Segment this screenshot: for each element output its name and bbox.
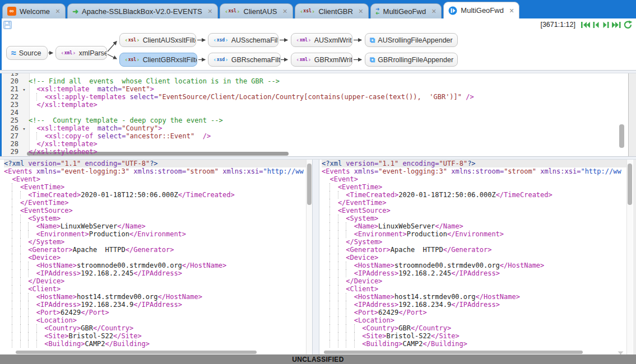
files-icon: ⧉ bbox=[370, 56, 375, 63]
step-refresh-button[interactable] bbox=[623, 20, 633, 29]
tab-apache-events[interactable]: ➜ Apache-SSLBlackBox-V2.0-EVENTS × bbox=[67, 3, 218, 18]
code-line: <Events xmlns="event-logging:3" xmlns:st… bbox=[4, 167, 306, 175]
code-line: <TimeCreated>2020-01-18T12:50:06.000Z</T… bbox=[322, 191, 626, 199]
code-line: <Port>62429</Port> bbox=[4, 309, 306, 316]
code-line: 23</xsl:template> bbox=[2, 101, 619, 109]
stroom-app: ∞ Welcome × ➜ Apache-SSLBlackBox-V2.0-EV… bbox=[0, 0, 636, 364]
pipeline-element-gbrschemafilter[interactable]: xsd GBRschemaFilter bbox=[208, 53, 281, 67]
xslt-editor[interactable]: 1920<!-- Find all events whose Client lo… bbox=[2, 73, 619, 156]
code-line: <IPAddress>192.168.234.9</IPAddress> bbox=[322, 301, 626, 309]
pipeline-element-clientgbrxsltfilter[interactable]: xsl ClientGBRxsltFilter bbox=[119, 53, 197, 67]
tab-welcome[interactable]: ∞ Welcome × bbox=[2, 3, 66, 18]
code-line: <Environment>Production</Environment> bbox=[4, 230, 306, 238]
code-line: 21▾<xsl:template match="Event"> bbox=[2, 85, 619, 93]
code-line: </Device> bbox=[4, 277, 306, 285]
pipeline-element-ausschemafilter[interactable]: xsd AUSschemaFilte bbox=[208, 33, 278, 47]
close-icon[interactable]: × bbox=[208, 7, 212, 15]
code-line: 19 bbox=[2, 73, 619, 77]
output-pane-vertical-scrollbar[interactable] bbox=[628, 164, 632, 205]
pipeline-element-ausxmlwriter[interactable]: xml AUSxmlWriter bbox=[291, 33, 352, 47]
code-line: <Site>Bristol-S22</Site> bbox=[4, 332, 306, 340]
code-line: <Site>Bristol-S22</Site> bbox=[322, 332, 626, 340]
xsl-icon: xsl bbox=[225, 8, 240, 15]
code-line: <HostName>stroomnode00.strmdev00.org</Ho… bbox=[322, 262, 626, 269]
stepper-icon bbox=[448, 6, 457, 15]
step-last-icon bbox=[611, 21, 621, 29]
xsl-icon: xsl bbox=[300, 8, 315, 15]
code-line: <Country>GBR</Country> bbox=[4, 324, 306, 332]
code-line: <Client> bbox=[322, 285, 626, 293]
code-line: <Device> bbox=[322, 254, 626, 262]
element-label: AUSrollingFileAppender bbox=[378, 36, 452, 44]
tab-label: Welcome bbox=[20, 7, 50, 16]
close-icon[interactable]: × bbox=[509, 7, 514, 15]
element-label: AUSschemaFilte bbox=[231, 36, 278, 44]
pipeline-element-ausrollingfileappender[interactable]: ⧉ AUSrollingFileAppender bbox=[365, 33, 458, 47]
input-pane-horizontal-scrollbar[interactable] bbox=[16, 351, 257, 354]
pipeline-element-gbrrollingfileappender[interactable]: ⧉ GBRrollingFileAppender bbox=[365, 53, 458, 67]
stepping-ref: [3671:1:12] bbox=[540, 21, 575, 29]
element-label: Source bbox=[19, 49, 41, 57]
step-back-button[interactable] bbox=[592, 21, 600, 29]
code-line: <Event> bbox=[4, 175, 306, 183]
code-line: </EventTime> bbox=[322, 199, 626, 207]
splitter-panes-vertical[interactable] bbox=[312, 160, 319, 354]
code-line: </Device> bbox=[322, 277, 626, 285]
code-line: <Events xmlns="event-logging:3" xmlns:st… bbox=[322, 167, 626, 175]
code-line: <Port>62429</Port> bbox=[322, 309, 626, 316]
output-pane-horizontal-scrollbar[interactable] bbox=[324, 351, 583, 354]
classification-banner: UNCLASSIFIED bbox=[0, 354, 636, 364]
tab-clientaus[interactable]: xsl ClientAUS × bbox=[220, 3, 293, 18]
tab-multigeofwd-pipeline[interactable]: ➜ ➜ MultiGeoFwd × bbox=[370, 3, 442, 18]
close-icon[interactable]: × bbox=[431, 7, 436, 15]
input-xml-pane[interactable]: <?xml version="1.1" encoding="UTF-8"?><E… bbox=[2, 160, 306, 350]
step-forward-button[interactable] bbox=[602, 21, 610, 29]
code-line: <HostName>host14.strmdev00.org</HostName… bbox=[322, 293, 626, 301]
editor-right-strip bbox=[628, 73, 636, 156]
tab-label: MultiGeoFwd bbox=[383, 7, 426, 16]
tab-label: ClientGBR bbox=[318, 7, 352, 16]
tab-clientgbr[interactable]: xsl ClientGBR × bbox=[295, 3, 369, 18]
save-button[interactable] bbox=[3, 20, 12, 30]
step-forward-icon bbox=[602, 21, 610, 29]
element-label: GBRrollingFileAppender bbox=[378, 56, 453, 64]
output-xml-code: <?xml version="1.1" encoding="UTF-8"?><E… bbox=[322, 160, 626, 348]
xsl-icon: xsl bbox=[124, 37, 140, 43]
code-line: <EventTime> bbox=[4, 183, 306, 191]
code-line: <Location> bbox=[322, 316, 626, 324]
close-icon[interactable]: × bbox=[359, 7, 363, 15]
code-line: 29</xsl:stylesheet> bbox=[2, 148, 619, 156]
input-pane-vertical-scrollbar[interactable] bbox=[307, 164, 312, 205]
code-line: 25<!-- Country template - deep copy the … bbox=[2, 116, 619, 124]
element-label: GBRxmlWriter bbox=[314, 56, 352, 64]
code-line: <Generator>Apache HTTPD</Generator> bbox=[4, 246, 306, 254]
pipeline-panel: ≈ Source xml xmlParser xsl ClientAUSxslt… bbox=[2, 31, 636, 70]
code-line: 20<!-- Find all events whose Client loca… bbox=[2, 77, 619, 85]
tab-label: ClientAUS bbox=[244, 7, 277, 16]
code-line: <Country>GBR</Country> bbox=[322, 324, 626, 332]
code-line: <?xml version="1.1" encoding="UTF-8"?> bbox=[322, 160, 626, 167]
tab-bar: ∞ Welcome × ➜ Apache-SSLBlackBox-V2.0-EV… bbox=[0, 0, 636, 18]
code-line: <System> bbox=[322, 214, 626, 222]
output-xml-pane[interactable]: <?xml version="1.1" encoding="UTF-8"?><E… bbox=[319, 160, 626, 350]
step-last-button[interactable] bbox=[611, 21, 621, 29]
code-line: <Building>CAMP2</Building> bbox=[4, 340, 306, 348]
editor-vertical-scrollbar[interactable] bbox=[619, 124, 624, 148]
pipeline-element-source[interactable]: ≈ Source bbox=[6, 46, 48, 60]
pipeline-element-gbrxmlwriter[interactable]: xml GBRxmlWriter bbox=[291, 53, 352, 67]
xsd-icon: xsd bbox=[213, 37, 229, 43]
code-line: <EventSource> bbox=[4, 207, 306, 214]
pipeline-element-clientausxsltfilter[interactable]: xsl ClientAUSxsltFilter bbox=[119, 33, 196, 47]
pipeline-element-xmlparser[interactable]: xml xmlParser bbox=[55, 46, 107, 60]
code-line: <Client> bbox=[4, 285, 306, 293]
tab-multigeofwd-stepping[interactable]: MultiGeoFwd × bbox=[443, 2, 519, 18]
xml-icon: xml bbox=[296, 57, 312, 63]
close-icon[interactable]: × bbox=[283, 7, 287, 15]
close-icon[interactable]: × bbox=[55, 7, 60, 15]
editor-code[interactable]: 1920<!-- Find all events whose Client lo… bbox=[2, 73, 619, 156]
code-line: 27<xsl:copy-of select="ancestor::Event" … bbox=[2, 132, 619, 140]
code-line: <IPAddress>192.168.2.245</IPAddress> bbox=[322, 269, 626, 277]
step-first-button[interactable] bbox=[581, 21, 591, 29]
code-line: <Device> bbox=[4, 254, 306, 262]
element-label: xmlParser bbox=[79, 49, 107, 57]
